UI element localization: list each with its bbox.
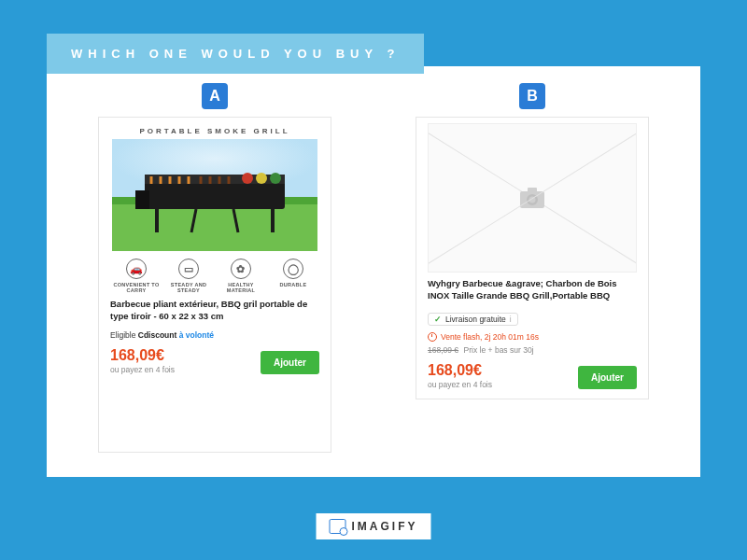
feature-item: ▭STEADY AND STEADY [162,259,215,293]
feature-row: 🚗CONVENIENT TO CARRY ▭STEADY AND STEADY … [110,259,319,293]
check-icon: ✓ [434,315,442,324]
product-image-a: PORTABLE SMOKE GRILL [110,127,319,251]
info-icon[interactable]: i [510,315,512,324]
old-price-line: 168,09 € Prix le + bas sur 30j [428,345,637,355]
product-title-b: Wyhgry Barbecue &agrave; Charbon de Bois… [428,278,637,302]
svg-rect-4 [135,190,149,209]
imagify-logo-icon [330,519,346,534]
price-sub-a: ou payez en 4 fois [110,365,175,374]
clock-icon [428,332,437,342]
product-card-b[interactable]: Wyhgry Barbecue &agrave; Charbon de Bois… [416,117,649,399]
eligible-line: Eligible Cdiscount à volonté [110,330,319,340]
cdiscount-link[interactable]: à volonté [176,330,214,340]
product-card-a[interactable]: PORTABLE SMOKE GRILL [98,117,331,453]
svg-point-17 [270,173,281,184]
svg-point-25 [529,197,536,203]
box-icon: ▭ [178,259,199,279]
free-shipping-tag: ✓ Livraison gratuite i [428,313,518,326]
svg-rect-3 [145,181,285,209]
comparison-panel: A PORTABLE SMOKE GRILL [47,66,700,477]
leaf-icon: ✿ [231,259,251,279]
product-image-a-caption: PORTABLE SMOKE GRILL [110,127,319,135]
add-button-b[interactable]: Ajouter [578,366,637,389]
feature-item: ◯DURABLE [267,259,319,293]
add-button-a[interactable]: Ajouter [261,351,319,374]
headline-banner: WHICH ONE WOULD YOU BUY ? [47,34,424,74]
ring-icon: ◯ [283,259,303,279]
grill-illustration [112,139,317,251]
brand-footer: IMAGIFY [317,513,431,539]
camera-icon [519,187,545,209]
option-a-column: A PORTABLE SMOKE GRILL [75,83,355,453]
feature-item: ✿HEALTHY MATERIAL [215,259,267,293]
flash-sale-line: Vente flash, 2j 20h 01m 16s [428,332,637,342]
price-b: 168,09€ [428,362,492,379]
product-title-a: Barbecue pliant extérieur, BBQ gril port… [110,299,319,323]
option-a-badge: A [202,83,228,109]
old-price: 168,09 € [428,345,458,355]
price-a: 168,09€ [110,347,175,364]
option-b-badge: B [519,83,545,109]
price-sub-b: ou payez en 4 fois [428,380,492,389]
low-price-note: Prix le + bas sur 30j [464,345,534,355]
imagify-logo-text: IMAGIFY [352,520,418,533]
svg-rect-23 [528,188,537,192]
option-b-column: B Wyhgry Barbecue &agrave; Charbon de Bo… [392,83,672,453]
car-icon: 🚗 [126,259,147,279]
svg-point-15 [242,173,253,184]
feature-item: 🚗CONVENIENT TO CARRY [110,259,162,293]
svg-point-16 [256,173,267,184]
product-image-b-placeholder [428,123,637,273]
